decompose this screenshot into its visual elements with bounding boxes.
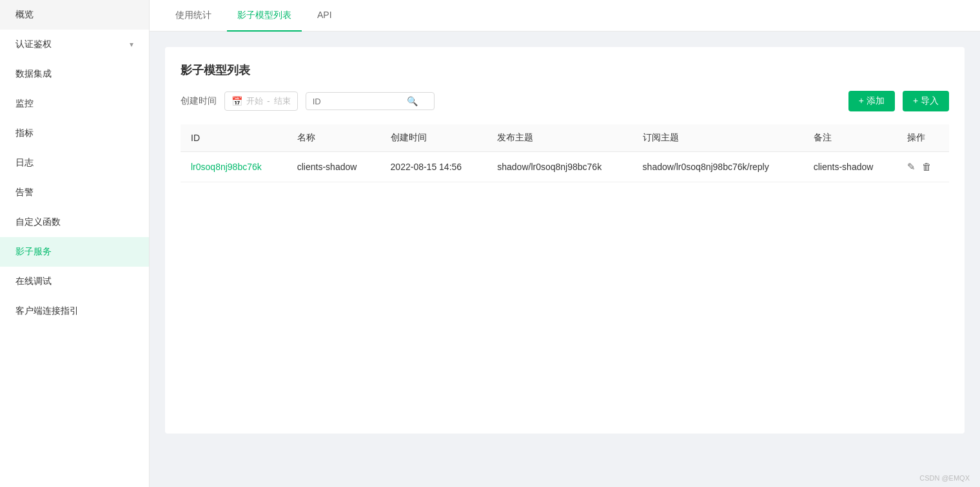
col-header-create_time: 创建时间 — [380, 124, 487, 152]
sidebar-item-label: 认证鉴权 — [15, 39, 52, 50]
main-content: 使用统计影子模型列表API 影子模型列表 创建时间 📅 开始 - 结束 🔍 + … — [150, 0, 980, 487]
sidebar-item-custom-func[interactable]: 自定义函数 — [0, 207, 149, 237]
cell-subscribe_topic: shadow/lr0soq8nj98bc76k/reply — [632, 152, 803, 182]
sidebar-item-label: 告警 — [15, 187, 34, 198]
calendar-icon: 📅 — [231, 96, 242, 106]
sidebar-item-shadow-service[interactable]: 影子服务 — [0, 237, 149, 267]
sidebar-item-label: 指标 — [15, 128, 34, 139]
col-header-subscribe_topic: 订阅主题 — [632, 124, 803, 152]
dash-separator: - — [267, 96, 270, 106]
sidebar-item-overview[interactable]: 概览 — [0, 0, 149, 30]
sidebar-item-label: 监控 — [15, 98, 34, 110]
sidebar-item-label: 概览 — [15, 9, 34, 21]
content-area: 影子模型列表 创建时间 📅 开始 - 结束 🔍 + 添加 + 导入 — [150, 32, 980, 487]
sidebar-item-label: 客户端连接指引 — [15, 305, 79, 317]
start-date-placeholder: 开始 — [246, 95, 263, 107]
edit-icon[interactable]: ✎ — [907, 161, 916, 173]
id-search-input[interactable] — [313, 97, 403, 106]
sidebar-item-label: 影子服务 — [15, 246, 52, 258]
sidebar-item-alerts[interactable]: 告警 — [0, 178, 149, 207]
cell-publish_topic: shadow/lr0soq8nj98bc76k — [487, 152, 632, 182]
col-header-id: ID — [181, 124, 287, 152]
table-row: lr0soq8nj98bc76kclients-shadow2022-08-15… — [181, 152, 949, 182]
import-button[interactable]: + 导入 — [903, 91, 949, 111]
table-header: ID名称创建时间发布主题订阅主题备注操作 — [181, 124, 949, 152]
sidebar-item-label: 数据集成 — [15, 68, 52, 80]
cell-actions: ✎ 🗑 — [897, 152, 949, 182]
page-title: 影子模型列表 — [181, 62, 949, 78]
search-icon: 🔍 — [407, 96, 418, 106]
content-card: 影子模型列表 创建时间 📅 开始 - 结束 🔍 + 添加 + 导入 — [165, 47, 965, 434]
sidebar-item-data-collection[interactable]: 数据集成 — [0, 59, 149, 89]
tab-usage-stats[interactable]: 使用统计 — [165, 1, 222, 32]
shadow-model-table: ID名称创建时间发布主题订阅主题备注操作 lr0soq8nj98bc76kcli… — [181, 124, 949, 182]
add-button[interactable]: + 添加 — [848, 91, 895, 111]
col-header-name: 名称 — [287, 124, 380, 152]
sidebar-item-auth[interactable]: 认证鉴权▾ — [0, 30, 149, 59]
footer-text: CSDN @EMQX — [919, 474, 970, 482]
sidebar-item-label: 日志 — [15, 157, 34, 169]
cell-name: clients-shadow — [287, 152, 380, 182]
create-time-label: 创建时间 — [181, 95, 217, 107]
cell-create_time: 2022-08-15 14:56 — [380, 152, 487, 182]
id-link[interactable]: lr0soq8nj98bc76k — [191, 162, 262, 172]
tab-api[interactable]: API — [307, 1, 342, 32]
table-header-row: ID名称创建时间发布主题订阅主题备注操作 — [181, 124, 949, 152]
sidebar: 概览认证鉴权▾数据集成监控指标日志告警自定义函数影子服务在线调试客户端连接指引 — [0, 0, 150, 487]
tab-bar: 使用统计影子模型列表API — [150, 0, 980, 32]
sidebar-item-online-debug[interactable]: 在线调试 — [0, 267, 149, 296]
sidebar-item-client-guide[interactable]: 客户端连接指引 — [0, 296, 149, 326]
cell-remark: clients-shadow — [803, 152, 897, 182]
col-header-actions: 操作 — [897, 124, 949, 152]
cell-id[interactable]: lr0soq8nj98bc76k — [181, 152, 287, 182]
chevron-down-icon: ▾ — [130, 40, 133, 49]
id-search-wrapper[interactable]: 🔍 — [306, 92, 435, 110]
col-header-remark: 备注 — [803, 124, 897, 152]
col-header-publish_topic: 发布主题 — [487, 124, 632, 152]
tab-shadow-list[interactable]: 影子模型列表 — [227, 1, 302, 32]
sidebar-item-monitor[interactable]: 监控 — [0, 89, 149, 119]
sidebar-item-logs[interactable]: 日志 — [0, 148, 149, 178]
end-date-placeholder: 结束 — [274, 95, 291, 107]
sidebar-item-label: 自定义函数 — [15, 216, 61, 228]
sidebar-item-label: 在线调试 — [15, 276, 52, 287]
filter-bar: 创建时间 📅 开始 - 结束 🔍 + 添加 + 导入 — [181, 91, 949, 111]
date-range-picker[interactable]: 📅 开始 - 结束 — [224, 91, 298, 111]
action-icons: ✎ 🗑 — [907, 161, 939, 173]
table-body: lr0soq8nj98bc76kclients-shadow2022-08-15… — [181, 152, 949, 182]
sidebar-item-metrics[interactable]: 指标 — [0, 119, 149, 148]
delete-icon[interactable]: 🗑 — [922, 161, 932, 173]
